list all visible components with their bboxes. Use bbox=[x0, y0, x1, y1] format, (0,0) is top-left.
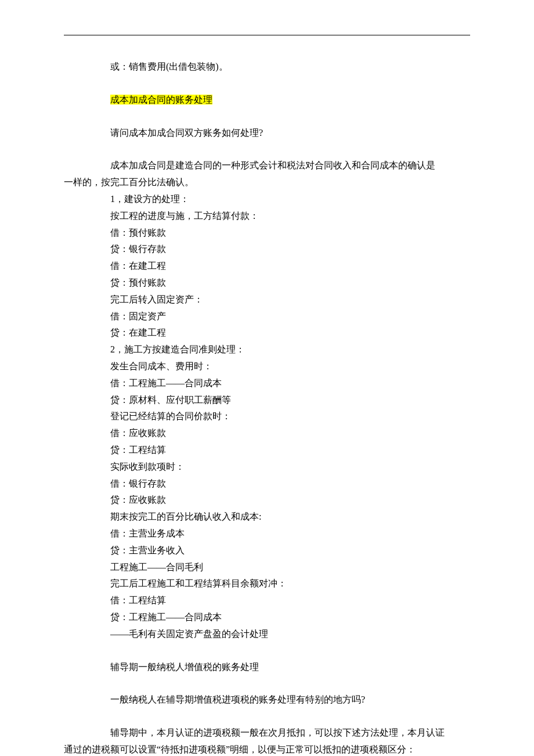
body-text: 借：应收账款 bbox=[64, 425, 470, 442]
body-text: 2，施工方按建造合同准则处理： bbox=[64, 341, 470, 358]
body-text: 贷：主营业务收入 bbox=[64, 542, 470, 559]
body-text: 期末按完工的百分比确认收入和成本: bbox=[64, 509, 470, 525]
body-text: 辅导期中，本月认证的进项税额一般在次月抵扣，可以按下述方法处理，本月认证 bbox=[64, 725, 470, 741]
body-text: 贷：原材料、应付职工薪酬等 bbox=[64, 392, 470, 409]
body-text: 发生合同成本、费用时： bbox=[64, 358, 470, 375]
section-heading: 成本加成合同的账务处理 bbox=[64, 92, 470, 109]
question-text: 请问成本加成合同双方账务如何处理? bbox=[64, 125, 470, 142]
body-text: 按工程的进度与施，工方结算付款： bbox=[64, 208, 470, 225]
body-text: 通过的进税额可以设置“待抵扣进项税额”明细，以便与正常可以抵扣的进项税额区分： bbox=[64, 741, 470, 756]
body-text: 完工后转入固定资产： bbox=[64, 291, 470, 308]
spacer bbox=[64, 643, 470, 659]
highlighted-text: 成本加成合同的账务处理 bbox=[110, 95, 212, 105]
document-page: 或：销售费用(出借包装物)。 成本加成合同的账务处理 请问成本加成合同双方账务如… bbox=[0, 0, 534, 756]
spacer bbox=[64, 109, 470, 125]
body-text: 贷：工程结算 bbox=[64, 442, 470, 459]
body-text: 实际收到款项时： bbox=[64, 459, 470, 476]
spacer bbox=[64, 75, 470, 92]
body-text: 借：银行存款 bbox=[64, 476, 470, 492]
body-text: ——毛利有关固定资产盘盈的会计处理 bbox=[64, 626, 470, 643]
spacer bbox=[64, 708, 470, 725]
body-text: 成本加成合同是建造合同的一种形式会计和税法对合同收入和合同成本的确认是 bbox=[64, 157, 470, 174]
body-text: 借：工程结算 bbox=[64, 592, 470, 609]
section-heading: 辅导期一般纳税人增值税的账务处理 bbox=[64, 659, 470, 676]
question-text: 一般纳税人在辅导期增值税进项税的账务处理有特别的地方吗? bbox=[64, 692, 470, 708]
body-text: 一样的，按完工百分比法确认。 bbox=[64, 174, 470, 191]
body-text: 借：在建工程 bbox=[64, 258, 470, 275]
body-text: 工程施工——合同毛利 bbox=[64, 559, 470, 576]
body-text: 贷：预付账款 bbox=[64, 275, 470, 291]
spacer bbox=[64, 141, 470, 157]
body-text: 贷：银行存款 bbox=[64, 241, 470, 258]
top-horizontal-rule bbox=[64, 35, 470, 35]
body-text: 或：销售费用(出借包装物)。 bbox=[64, 59, 470, 75]
body-text: 贷：应收账款 bbox=[64, 492, 470, 509]
body-text: 1，建设方的处理： bbox=[64, 191, 470, 208]
body-text: 贷：工程施工——合同成本 bbox=[64, 609, 470, 626]
body-text: 借：主营业务成本 bbox=[64, 525, 470, 542]
body-text: 贷：在建工程 bbox=[64, 325, 470, 341]
body-text: 借：预付账款 bbox=[64, 225, 470, 242]
spacer bbox=[64, 675, 470, 692]
body-text: 登记已经结算的合同价款时： bbox=[64, 408, 470, 425]
body-text: 完工后工程施工和工程结算科目余额对冲： bbox=[64, 575, 470, 592]
body-text: 借：工程施工——合同成本 bbox=[64, 375, 470, 392]
body-text: 借：固定资产 bbox=[64, 308, 470, 325]
